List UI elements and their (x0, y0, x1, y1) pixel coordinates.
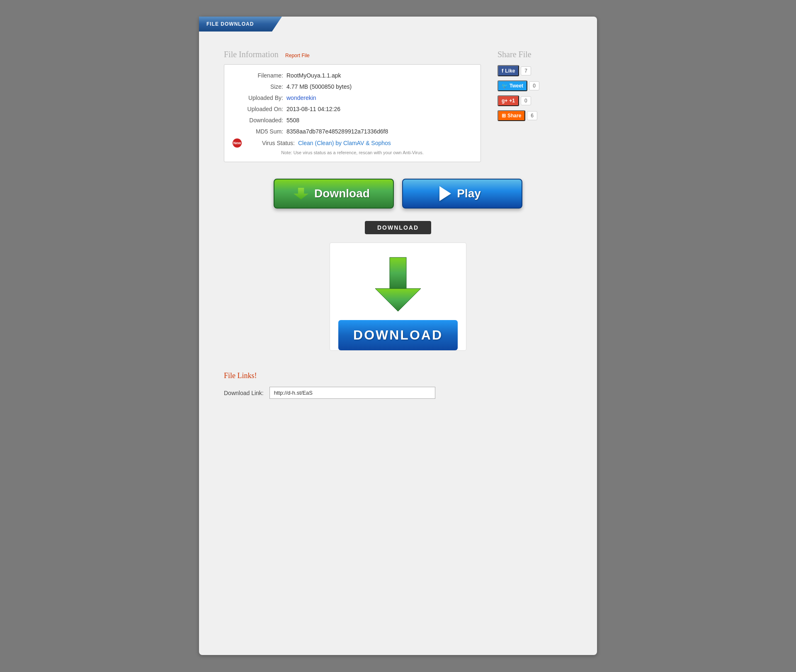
virus-row: New Virus Status: Clean (Clean) by ClamA… (233, 138, 472, 148)
twitter-tweet-label: Tweet (510, 83, 523, 89)
file-links-exclamation: ! (255, 371, 257, 380)
size-label: Size: (233, 82, 286, 91)
filename-row: Filename: RootMyOuya.1.1.apk (233, 71, 472, 80)
new-badge: New (233, 138, 242, 148)
facebook-like-button[interactable]: f Like (498, 65, 519, 76)
file-info-box: Filename: RootMyOuya.1.1.apk Size: 4.77 … (224, 64, 481, 162)
downloaded-value: 5508 (286, 116, 299, 125)
main-container: FILE DOWNLOAD File Information Report Fi… (199, 17, 597, 655)
big-download-arrow-svg (371, 255, 425, 313)
share-count: 6 (527, 111, 537, 120)
uploaded-on-label: Uploaded On: (233, 105, 286, 114)
share-orange-row: ⊞ Share 6 (498, 110, 572, 121)
svg-marker-1 (375, 289, 421, 311)
download-strip-container: DOWNLOAD (224, 221, 572, 234)
play-button[interactable]: Play (402, 179, 522, 209)
uploaded-on-value: 2013-08-11 04:12:26 (286, 105, 340, 114)
size-row: Size: 4.77 MB (5000850 bytes) (233, 82, 472, 91)
report-file-link[interactable]: Report File (285, 53, 310, 58)
gplus-button[interactable]: g+ +1 (498, 95, 519, 106)
download-strip: DOWNLOAD (365, 221, 431, 234)
svg-rect-0 (390, 257, 406, 289)
content-area: File Information Report File Filename: R… (199, 17, 597, 415)
file-info-title: File Information (224, 50, 279, 59)
play-arrow-icon (439, 186, 451, 201)
gplus-count: 0 (521, 96, 531, 105)
download-button[interactable]: Download (274, 179, 394, 209)
twitter-tweet-button[interactable]: 🐦 Tweet (498, 80, 527, 91)
virus-note: Note: Use virus status as a reference, r… (233, 150, 472, 155)
download-link-row: Download Link: (224, 387, 572, 399)
file-links-title-text: File Links (224, 371, 255, 380)
twitter-count: 0 (529, 81, 539, 90)
big-download-label: DOWNLOAD (353, 328, 443, 342)
top-section: File Information Report File Filename: R… (224, 50, 572, 162)
size-value: 4.77 MB (5000850 bytes) (286, 82, 352, 91)
facebook-count: 7 (521, 66, 531, 75)
share-title: Share File (498, 50, 572, 59)
md5-row: MD5 Sum: 8358aa7db787e485289912a71336d6f… (233, 127, 472, 136)
uploaded-by-value: wonderekin (286, 94, 316, 102)
download-link-label: Download Link: (224, 390, 264, 396)
tab-label-text: FILE DOWNLOAD (206, 21, 254, 27)
play-button-label: Play (457, 187, 481, 200)
gplus-label: +1 (509, 98, 515, 104)
filename-label: Filename: (233, 71, 286, 80)
downloaded-label: Downloaded: (233, 116, 286, 125)
twitter-row: 🐦 Tweet 0 (498, 80, 572, 91)
uploader-link[interactable]: wonderekin (286, 95, 316, 101)
uploaded-by-label: Uploaded By: (233, 94, 286, 102)
uploaded-by-row: Uploaded By: wonderekin (233, 94, 472, 102)
facebook-row: f Like 7 (498, 65, 572, 76)
share-orange-label: Share (507, 113, 521, 119)
big-download-bar[interactable]: DOWNLOAD (338, 320, 458, 350)
file-links-section: File Links! Download Link: (224, 367, 572, 399)
md5-value: 8358aa7db787e485289912a71336d6f8 (286, 127, 388, 136)
download-button-label: Download (314, 187, 370, 200)
tab-label: FILE DOWNLOAD (199, 17, 282, 32)
gplus-row: g+ +1 0 (498, 95, 572, 106)
file-links-title: File Links! (224, 371, 572, 380)
md5-label: MD5 Sum: (233, 127, 286, 136)
virus-value: Clean (Clean) by ClamAV & Sophos (298, 140, 391, 146)
action-buttons: Download Play (224, 179, 572, 209)
gplus-icon: g+ (502, 98, 507, 104)
file-info-container: File Information Report File Filename: R… (224, 50, 481, 162)
share-orange-icon: ⊞ (502, 113, 506, 119)
facebook-icon: f (502, 68, 503, 74)
big-arrow-wrapper (338, 255, 458, 313)
twitter-icon: 🐦 (502, 83, 508, 89)
share-orange-button[interactable]: ⊞ Share (498, 110, 525, 121)
facebook-like-label: Like (505, 68, 515, 74)
virus-label: Virus Status: (244, 140, 298, 146)
big-download-graphic[interactable]: DOWNLOAD (330, 243, 466, 351)
download-link-input[interactable] (269, 387, 435, 399)
share-section: Share File f Like 7 🐦 Tweet 0 (498, 50, 572, 162)
uploaded-on-row: Uploaded On: 2013-08-11 04:12:26 (233, 105, 472, 114)
filename-value: RootMyOuya.1.1.apk (286, 71, 341, 80)
downloaded-row: Downloaded: 5508 (233, 116, 472, 125)
download-arrow-icon (294, 188, 308, 199)
